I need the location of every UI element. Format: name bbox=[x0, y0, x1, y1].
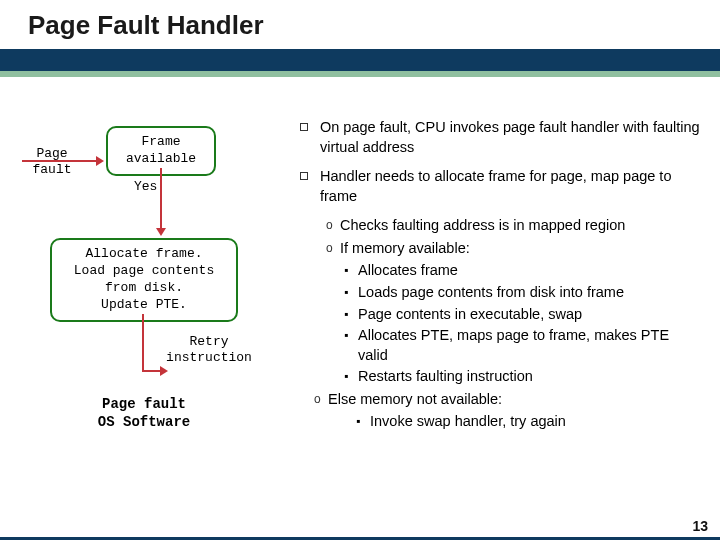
square-mark-icon: ▪ bbox=[344, 368, 358, 387]
arrow-right-icon bbox=[96, 156, 104, 166]
connector bbox=[142, 370, 162, 372]
bullet-text: On page fault, CPU invokes page fault ha… bbox=[320, 118, 700, 157]
sub-list: o Checks faulting address is in mapped r… bbox=[326, 216, 700, 432]
label-yes: Yes bbox=[134, 179, 157, 194]
box-allocate: Allocate frame. Load page contents from … bbox=[50, 238, 238, 322]
square-mark-icon: ▪ bbox=[344, 284, 358, 303]
connector bbox=[160, 168, 162, 230]
inner-text: Allocates frame bbox=[358, 261, 458, 281]
label-page-fault: Page fault bbox=[22, 146, 82, 179]
page-title: Page Fault Handler bbox=[28, 10, 720, 41]
inner-text: Restarts faulting instruction bbox=[358, 367, 533, 387]
bullet-item: On page fault, CPU invokes page fault ha… bbox=[300, 118, 700, 157]
bullet-text: Handler needs to allocate frame for page… bbox=[320, 167, 700, 206]
sub-item: o Else memory not available: bbox=[314, 390, 700, 410]
label-retry: Retry instruction bbox=[154, 334, 264, 367]
connector bbox=[142, 314, 144, 370]
inner-item: ▪Allocates frame bbox=[344, 261, 700, 281]
flow-caption: Page fault OS Software bbox=[64, 396, 224, 431]
inner-list: ▪Invoke swap handler, try again bbox=[356, 412, 700, 432]
square-mark-icon: ▪ bbox=[344, 327, 358, 365]
bullet-item: Handler needs to allocate frame for page… bbox=[300, 167, 700, 206]
square-bullet-icon bbox=[300, 123, 308, 131]
title-region: Page Fault Handler bbox=[0, 0, 720, 41]
square-mark-icon: ▪ bbox=[356, 413, 370, 432]
content-region: Page fault Frame available Yes Allocate … bbox=[0, 110, 720, 512]
circle-bullet-icon: o bbox=[326, 240, 340, 259]
inner-item: ▪Restarts faulting instruction bbox=[344, 367, 700, 387]
circle-bullet-icon: o bbox=[314, 391, 328, 410]
square-bullet-icon bbox=[300, 172, 308, 180]
inner-item: ▪Allocates PTE, maps page to frame, make… bbox=[344, 326, 700, 365]
arrow-right-icon bbox=[160, 366, 168, 376]
sub-text: Checks faulting address is in mapped reg… bbox=[340, 216, 625, 236]
inner-item: ▪Invoke swap handler, try again bbox=[356, 412, 700, 432]
square-mark-icon: ▪ bbox=[344, 262, 358, 281]
arrow-down-icon bbox=[156, 228, 166, 236]
circle-bullet-icon: o bbox=[326, 217, 340, 236]
inner-list: ▪Allocates frame ▪Loads page contents fr… bbox=[344, 261, 700, 386]
sub-item: o If memory available: bbox=[326, 239, 700, 259]
header-bar-light bbox=[0, 71, 720, 77]
slide: Page Fault Handler Page fault Frame avai… bbox=[0, 0, 720, 540]
connector bbox=[22, 160, 98, 162]
bullet-list: On page fault, CPU invokes page fault ha… bbox=[300, 118, 700, 434]
inner-item: ▪Page contents in executable, swap bbox=[344, 305, 700, 325]
inner-text: Invoke swap handler, try again bbox=[370, 412, 566, 432]
square-mark-icon: ▪ bbox=[344, 306, 358, 325]
header-bar-dark bbox=[0, 49, 720, 71]
inner-text: Page contents in executable, swap bbox=[358, 305, 582, 325]
page-number: 13 bbox=[692, 518, 708, 534]
inner-text: Loads page contents from disk into frame bbox=[358, 283, 624, 303]
inner-item: ▪Loads page contents from disk into fram… bbox=[344, 283, 700, 303]
sub-text: If memory available: bbox=[340, 239, 470, 259]
inner-text: Allocates PTE, maps page to frame, makes… bbox=[358, 326, 700, 365]
sub-item: o Checks faulting address is in mapped r… bbox=[326, 216, 700, 236]
sub-text: Else memory not available: bbox=[328, 390, 502, 410]
